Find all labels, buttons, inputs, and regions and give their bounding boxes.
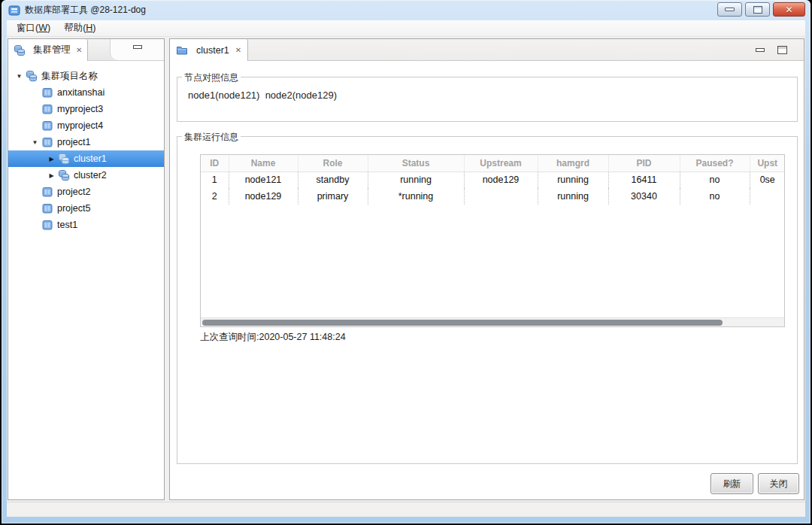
tree-item-project1[interactable]: project1 bbox=[8, 134, 164, 150]
cell: primary bbox=[298, 188, 368, 205]
window-title: 数据库部署工具 @28-121-dog bbox=[25, 4, 146, 17]
close-view-icon[interactable] bbox=[76, 46, 82, 54]
cluster-icon bbox=[58, 153, 70, 165]
minimize-button[interactable] bbox=[717, 2, 742, 17]
project-icon bbox=[41, 103, 53, 115]
cell: node129 bbox=[229, 188, 298, 205]
group-title: 节点对照信息 bbox=[182, 71, 241, 84]
minimize-icon bbox=[725, 8, 735, 11]
cluster-explorer-view: 集群管理 集群项目名称 an bbox=[8, 38, 165, 500]
cell bbox=[464, 188, 538, 205]
tree-item-label: myproject3 bbox=[57, 104, 103, 114]
project-icon bbox=[41, 136, 53, 148]
group-title: 集群运行信息 bbox=[182, 131, 241, 144]
project-icon bbox=[41, 86, 53, 99]
editor-body: 节点对照信息 node1(node121) node2(node129) 集群运… bbox=[170, 62, 804, 499]
minimize-view-icon[interactable] bbox=[133, 45, 142, 49]
cell: standby bbox=[298, 171, 368, 188]
app-icon bbox=[8, 5, 20, 17]
tree-item-root[interactable]: 集群项目名称 bbox=[8, 68, 164, 84]
tree-item-label: project1 bbox=[57, 137, 90, 147]
close-editor-icon[interactable] bbox=[235, 46, 241, 54]
tree-item-label: test1 bbox=[57, 220, 77, 230]
cell: no bbox=[680, 171, 750, 188]
table-row[interactable]: 2 node129 primary *running running 30340… bbox=[201, 188, 785, 205]
col-header-hamgrd[interactable]: hamgrd bbox=[538, 155, 608, 171]
window-controls: ✕ bbox=[717, 2, 805, 17]
cluster-tree: 集群项目名称 anxitanshai myproject3 bbox=[8, 62, 164, 499]
close-icon: ✕ bbox=[785, 5, 792, 14]
database-icon bbox=[14, 44, 26, 56]
tree-item-label: project5 bbox=[57, 203, 90, 214]
tree-item-myproject3[interactable]: myproject3 bbox=[8, 101, 164, 117]
project-icon bbox=[41, 219, 53, 231]
table-row[interactable]: 1 node121 standby running node129 runnin… bbox=[201, 171, 785, 188]
cell bbox=[750, 188, 785, 205]
scrollbar-thumb[interactable] bbox=[202, 320, 723, 326]
col-header-name[interactable]: Name bbox=[229, 155, 298, 171]
cell: 30340 bbox=[608, 188, 680, 205]
tree-item-project2[interactable]: project2 bbox=[8, 184, 164, 200]
expander-icon[interactable] bbox=[13, 73, 26, 80]
tree-item-label: anxitanshai bbox=[57, 87, 105, 98]
tree-item-cluster2[interactable]: cluster2 bbox=[8, 167, 164, 184]
menu-window[interactable]: 窗口(W) bbox=[10, 20, 57, 37]
database-icon bbox=[26, 70, 38, 82]
editor-tab-bar: cluster1 bbox=[170, 39, 804, 61]
tree-item-myproject4[interactable]: myproject4 bbox=[8, 117, 164, 134]
refresh-button[interactable]: 刷新 bbox=[710, 473, 753, 494]
workbench: 集群管理 集群项目名称 an bbox=[7, 37, 805, 502]
screen: 数据库部署工具 @28-121-dog ✕ 窗口(W) 帮助(H) bbox=[0, 0, 812, 525]
cell: 0se bbox=[750, 171, 785, 188]
tree-item-label: cluster1 bbox=[74, 153, 107, 164]
tab-cluster1[interactable]: cluster1 bbox=[170, 39, 248, 61]
last-query-time: 上次查询时间:2020-05-27 11:48:24 bbox=[200, 331, 346, 344]
explorer-header: 集群管理 bbox=[8, 39, 164, 61]
maximize-button[interactable] bbox=[745, 2, 770, 17]
cell: running bbox=[368, 171, 464, 188]
cell: 1 bbox=[201, 171, 229, 188]
minimize-editor-icon[interactable] bbox=[756, 48, 765, 52]
expander-icon[interactable] bbox=[45, 156, 58, 162]
col-header-paused[interactable]: Paused? bbox=[680, 155, 750, 171]
cluster-icon bbox=[58, 169, 70, 181]
tree-item-project5[interactable]: project5 bbox=[8, 200, 164, 217]
cell: running bbox=[538, 188, 608, 205]
project-icon bbox=[41, 186, 53, 198]
cluster-info-group: 集群运行信息 ID Name bbox=[177, 136, 798, 464]
tree-item-label: 集群项目名称 bbox=[41, 70, 98, 83]
editor-chrome bbox=[756, 39, 787, 61]
maximize-editor-icon[interactable] bbox=[777, 46, 787, 54]
col-header-status[interactable]: Status bbox=[368, 155, 464, 171]
tree-item-cluster1[interactable]: cluster1 bbox=[8, 150, 164, 167]
col-header-id[interactable]: ID bbox=[201, 155, 229, 171]
titlebar: 数据库部署工具 @28-121-dog ✕ bbox=[2, 0, 810, 20]
menu-help[interactable]: 帮助(H) bbox=[57, 20, 102, 37]
col-header-role[interactable]: Role bbox=[298, 155, 368, 171]
cell: node129 bbox=[464, 171, 538, 188]
node-mapping-text: node1(node121) node2(node129) bbox=[177, 77, 797, 101]
expander-icon[interactable] bbox=[45, 172, 58, 179]
tree-item-anxitanshai[interactable]: anxitanshai bbox=[8, 84, 164, 101]
editor-area: cluster1 节点对照信息 node1(node121) node2(nod… bbox=[169, 38, 804, 500]
tree-item-test1[interactable]: test1 bbox=[8, 217, 164, 233]
tab-label: cluster1 bbox=[196, 45, 229, 56]
col-header-upst[interactable]: Upst bbox=[750, 155, 785, 171]
col-header-pid[interactable]: PID bbox=[608, 155, 680, 171]
cell: node121 bbox=[229, 171, 298, 188]
menubar: 窗口(W) 帮助(H) bbox=[7, 20, 805, 37]
col-header-upstream[interactable]: Upstream bbox=[464, 155, 538, 171]
window-frame-bottom bbox=[2, 517, 810, 523]
statusbar bbox=[7, 502, 805, 517]
cell: *running bbox=[368, 188, 464, 205]
tab-cluster-management[interactable]: 集群管理 bbox=[8, 39, 88, 61]
maximize-icon bbox=[753, 6, 762, 14]
close-window-button[interactable]: ✕ bbox=[773, 2, 805, 17]
cluster-status-table: ID Name Role Status Upstream hamgrd PID … bbox=[200, 154, 785, 327]
expander-icon[interactable] bbox=[29, 139, 41, 146]
close-button[interactable]: 关闭 bbox=[758, 473, 799, 494]
table-header-row: ID Name Role Status Upstream hamgrd PID … bbox=[201, 155, 785, 171]
horizontal-scrollbar[interactable] bbox=[201, 317, 784, 326]
cell: running bbox=[538, 171, 608, 188]
cell: 2 bbox=[201, 188, 229, 205]
